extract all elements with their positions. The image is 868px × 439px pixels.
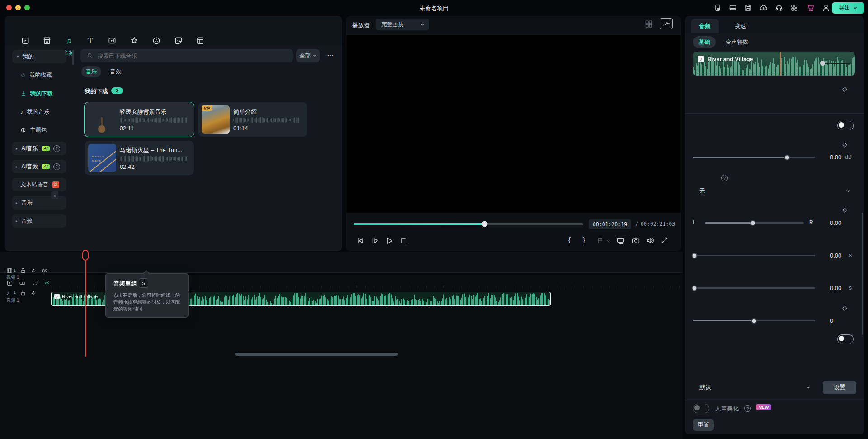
apps-grid-icon[interactable]: [790, 4, 798, 12]
step-forward-button[interactable]: [370, 236, 379, 245]
multi-view-icon[interactable]: [644, 19, 653, 29]
mark-out-button[interactable]: }: [583, 236, 585, 243]
lock-icon[interactable]: [20, 290, 26, 296]
help-icon[interactable]: ?: [744, 405, 751, 412]
video-canvas[interactable]: [346, 35, 681, 213]
equalizer-preset-dropdown[interactable]: 默认: [693, 381, 816, 394]
sidebar-item-theme-packs[interactable]: 主题包: [12, 124, 66, 136]
fade-in-handle[interactable]: [692, 253, 698, 258]
smart-volume-toggle[interactable]: [837, 121, 854, 130]
playhead-handle[interactable]: [82, 250, 89, 261]
audio-track-header[interactable]: ♪ 1 音频 1: [0, 290, 50, 308]
balance-slider[interactable]: [705, 222, 804, 224]
sidebar-item-my-music[interactable]: ♪ 我的音乐: [12, 105, 66, 118]
fade-out-value[interactable]: 0.00s: [824, 282, 856, 294]
sidebar-item-ai-music[interactable]: ▸ AI音乐 AI ?: [12, 142, 66, 155]
card-waveform: [120, 156, 187, 162]
voice-beautify-toggle[interactable]: [693, 404, 709, 413]
mark-in-button[interactable]: {: [568, 236, 571, 243]
fade-out-handle[interactable]: [692, 285, 698, 291]
keyframe-icon[interactable]: ◇: [842, 85, 847, 92]
balance-value[interactable]: 0.00: [824, 217, 856, 229]
keyframe-icon[interactable]: ◇: [842, 206, 847, 213]
video-scope-icon[interactable]: [660, 18, 673, 29]
store-cart-icon[interactable]: [807, 4, 815, 12]
music-card[interactable]: 轻缓安静背景音乐 02:11: [84, 102, 194, 137]
fade-out-slider[interactable]: [693, 287, 815, 289]
sidebar-item-sound-effects[interactable]: ▸ 音效: [12, 214, 66, 228]
balance-slider-handle[interactable]: [750, 220, 755, 226]
stop-button[interactable]: [399, 236, 408, 245]
help-icon[interactable]: ?: [53, 163, 60, 170]
volume-slider[interactable]: [693, 157, 815, 158]
more-options-button[interactable]: ···: [324, 49, 337, 62]
keyframe-icon[interactable]: ◇: [842, 141, 847, 148]
sidebar-item-music[interactable]: ▸ 音乐: [12, 196, 66, 210]
user-account-icon[interactable]: [822, 4, 830, 12]
volume-speaker-icon[interactable]: [646, 236, 655, 245]
sidebar-item-text-to-speech[interactable]: 文本转语音 新: [12, 178, 66, 191]
pill-sfx[interactable]: 音效: [106, 66, 126, 77]
volume-slider-handle[interactable]: [784, 154, 790, 160]
audio-clip-preview[interactable]: ♪ River and Village: [693, 52, 855, 76]
pitch-slider[interactable]: [693, 320, 815, 321]
pitch-slider-handle[interactable]: [751, 318, 757, 324]
quality-dropdown[interactable]: 完整画质: [376, 19, 429, 30]
clip-volume-line[interactable]: [823, 63, 850, 64]
reset-button[interactable]: 重置: [693, 419, 714, 431]
playhead-line[interactable]: [85, 261, 86, 357]
music-card[interactable]: VIP 简单介绍 01:14: [198, 102, 307, 137]
export-button[interactable]: 导出: [832, 2, 864, 14]
sidebar-group-my[interactable]: ▾ 我的: [12, 50, 66, 63]
subtab-basic[interactable]: 基础: [693, 36, 716, 48]
seek-bar[interactable]: [354, 223, 583, 225]
seek-handle[interactable]: [481, 221, 487, 227]
snapshot-camera-icon[interactable]: [632, 236, 640, 245]
search-bar[interactable]: [80, 49, 293, 62]
speaker-icon[interactable]: [31, 290, 37, 296]
video-track-header[interactable]: 1 视频 1: [0, 268, 50, 286]
tab-audio[interactable]: 音频: [691, 19, 719, 33]
chevron-down-icon[interactable]: [606, 239, 610, 243]
play-button[interactable]: [385, 236, 394, 245]
sidebar-item-ai-sfx[interactable]: ▸ AI音效 AI ?: [12, 160, 66, 173]
display-icon[interactable]: [729, 4, 737, 12]
save-icon[interactable]: [744, 4, 752, 12]
sidebar-item-downloads[interactable]: 我的下载: [12, 87, 66, 100]
fade-in-slider[interactable]: [693, 255, 815, 256]
help-icon[interactable]: ?: [53, 145, 60, 152]
speaker-icon[interactable]: [31, 267, 37, 274]
search-input[interactable]: [97, 49, 288, 63]
clip-volume-knob[interactable]: [820, 61, 825, 66]
marker-flag-icon[interactable]: [596, 237, 604, 244]
timeline-h-scrollbar[interactable]: [235, 353, 398, 356]
ducking-toggle[interactable]: [837, 334, 854, 344]
cloud-upload-icon[interactable]: [760, 4, 768, 12]
step-back-button[interactable]: [356, 236, 365, 245]
pitch-value[interactable]: 0: [824, 315, 856, 326]
device-connect-icon[interactable]: [713, 4, 722, 12]
filter-dropdown[interactable]: 全部: [296, 49, 320, 62]
collapse-sidebar-button[interactable]: ‹: [51, 191, 58, 199]
fullscreen-icon[interactable]: [660, 236, 669, 244]
close-window-button[interactable]: [6, 5, 12, 10]
sidebar-scrollbar[interactable]: [72, 50, 74, 65]
keyframe-icon[interactable]: ◇: [842, 304, 847, 311]
pill-music[interactable]: 音乐: [81, 66, 101, 77]
eye-icon[interactable]: [42, 267, 48, 274]
channel-config-dropdown[interactable]: 无: [693, 184, 856, 198]
sidebar-item-favorites[interactable]: ☆ 我的收藏: [12, 69, 66, 81]
minimize-window-button[interactable]: [15, 5, 21, 10]
music-card[interactable]: Manos Mars 马诺斯火星 – The Tun... 02:42: [85, 141, 194, 175]
preview-on-device-icon[interactable]: [616, 236, 625, 245]
subtab-voice-fx[interactable]: 变声特效: [721, 36, 753, 48]
lock-icon[interactable]: [20, 267, 26, 274]
support-headset-icon[interactable]: [775, 4, 783, 12]
fade-in-value[interactable]: 0.00s: [824, 249, 856, 261]
help-icon[interactable]: ?: [721, 175, 728, 181]
zoom-window-button[interactable]: [24, 5, 30, 10]
equalizer-settings-button[interactable]: 设置: [823, 381, 856, 394]
inspector-scrollbar[interactable]: [862, 213, 863, 335]
tab-speed[interactable]: 变速: [726, 19, 755, 33]
volume-value[interactable]: 0.00dB: [824, 151, 856, 163]
